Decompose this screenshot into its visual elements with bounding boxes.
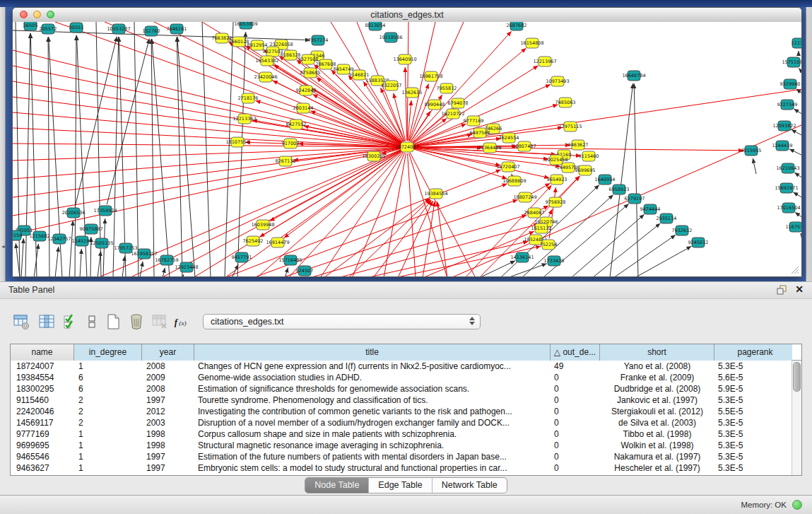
- table-row[interactable]: 969969511998Structural magnetic resonanc…: [11, 440, 792, 451]
- graph-node[interactable]: 7646161: [167, 24, 187, 34]
- graph-node[interactable]: 9242848: [296, 86, 317, 95]
- show-columns-icon[interactable]: [37, 312, 57, 332]
- table-row[interactable]: 1938455462009Genome-wide association stu…: [11, 372, 792, 383]
- graph-node[interactable]: 13640910: [393, 54, 416, 64]
- graph-node[interactable]: 924507: [296, 266, 314, 276]
- column-header-title[interactable]: title: [194, 344, 551, 361]
- graph-node[interactable]: 2803144: [293, 103, 314, 113]
- graph-node[interactable]: 8813054: [365, 22, 386, 30]
- graph-node[interactable]: 1362615: [402, 88, 423, 98]
- graph-node[interactable]: 10553287: [107, 24, 130, 34]
- graph-node[interactable]: 2935114: [657, 214, 677, 223]
- graph-node[interactable]: 2687682: [507, 22, 527, 30]
- graph-node[interactable]: 9777169: [464, 116, 484, 126]
- graph-node[interactable]: 16210643: [776, 163, 799, 173]
- graph-node[interactable]: 12975115: [558, 122, 582, 132]
- graph-node[interactable]: 17016504: [777, 203, 800, 213]
- graph-node[interactable]: 7625402: [243, 236, 264, 246]
- tab-edge-table[interactable]: Edge Table: [368, 478, 431, 493]
- graph-node[interactable]: 17359924: [93, 206, 117, 216]
- table-row[interactable]: 1830029562008Estimation of significance …: [11, 383, 792, 395]
- graph-node[interactable]: 7955812: [437, 83, 457, 93]
- graph-node[interactable]: 16210722: [441, 109, 464, 119]
- graph-node[interactable]: 752254: [540, 240, 558, 250]
- graph-node[interactable]: 7485063: [555, 98, 576, 107]
- float-panel-icon[interactable]: [777, 285, 787, 295]
- graph-node[interactable]: 3624554: [499, 133, 519, 143]
- graph-nodes[interactable]: 1872400776638229660128891295423226058982…: [13, 22, 801, 276]
- column-header-in_degree[interactable]: in_degree: [74, 344, 142, 361]
- graph-node[interactable]: 90975887: [79, 224, 102, 234]
- graph-node[interactable]: 1167534: [786, 222, 801, 232]
- graph-node[interactable]: 16053809: [234, 22, 257, 29]
- graph-node[interactable]: 6794078: [448, 98, 469, 108]
- delete-table-icon[interactable]: [150, 312, 170, 332]
- table-row[interactable]: 946362711997Embryonic stem cells: a mode…: [11, 462, 792, 474]
- graph-node[interactable]: 15751074: [782, 57, 801, 67]
- graph-node[interactable]: 8427552: [286, 119, 307, 129]
- graph-node[interactable]: 16154808: [520, 38, 543, 48]
- table-mode-icon[interactable]: [11, 312, 31, 332]
- graph-node[interactable]: 9115460: [579, 151, 599, 161]
- graph-node[interactable]: 1640954: [595, 175, 616, 185]
- table-row[interactable]: 911546021997Tourette syndrome. Phenomeno…: [11, 395, 792, 406]
- graph-node[interactable]: 14136141: [510, 252, 534, 262]
- close-panel-icon[interactable]: ✕: [795, 284, 804, 295]
- graph-node[interactable]: 10688609: [502, 176, 526, 186]
- network-canvas[interactable]: 1872400776638229660128891295423226058982…: [13, 22, 801, 276]
- tab-node-table[interactable]: Node Table: [305, 478, 368, 493]
- table-scrollbar[interactable]: [792, 361, 801, 475]
- scrollbar-thumb[interactable]: [793, 362, 801, 392]
- graph-node[interactable]: 8215955: [741, 146, 762, 156]
- tab-network-table[interactable]: Network Table: [432, 478, 507, 493]
- table-row[interactable]: 1872400712008Changes of HCN gene express…: [11, 361, 792, 372]
- graph-node[interactable]: 12093822: [772, 121, 796, 131]
- column-header-year[interactable]: year: [142, 344, 194, 361]
- graph-node[interactable]: 12342757: [47, 234, 71, 244]
- graph-node[interactable]: 15716485: [278, 255, 302, 265]
- graph-node[interactable]: 152760: [143, 26, 160, 36]
- graph-node[interactable]: 20206536: [61, 208, 85, 218]
- graph-node[interactable]: 16505: [23, 22, 38, 30]
- graph-node[interactable]: 9245012: [688, 238, 709, 247]
- delete-column-icon[interactable]: [126, 312, 146, 332]
- graph-node[interactable]: 19384554: [424, 189, 447, 199]
- column-header-name[interactable]: name: [11, 344, 74, 361]
- graph-node[interactable]: 1733426: [544, 256, 565, 266]
- table-row[interactable]: 977716911998Corpus callosum shape and si…: [11, 428, 792, 440]
- graph-node[interactable]: 917003: [282, 139, 300, 148]
- graph-node[interactable]: 16961758: [419, 71, 442, 81]
- graph-node[interactable]: 19218586: [379, 33, 402, 42]
- column-header-short[interactable]: short: [600, 344, 714, 361]
- table-row[interactable]: 946554611997Estimation of the future num…: [11, 451, 792, 462]
- graph-node[interactable]: 16648784: [622, 71, 645, 81]
- graph-node[interactable]: 2718176: [238, 93, 259, 103]
- graph-node[interactable]: 15692971: [775, 183, 798, 193]
- graph-node[interactable]: 6958923: [609, 185, 630, 194]
- graph-node[interactable]: 23420046: [254, 72, 277, 82]
- table-row[interactable]: 2242004622012Investigating the contribut…: [11, 406, 792, 417]
- graph-node[interactable]: 6279197: [625, 194, 645, 204]
- resize-grip[interactable]: [792, 267, 799, 274]
- graph-node[interactable]: 18807249: [513, 192, 536, 202]
- graph-node[interactable]: 10807487: [512, 141, 536, 151]
- graph-node[interactable]: 7357274: [308, 35, 329, 45]
- graph-node[interactable]: 7632612: [672, 226, 693, 235]
- select-rows-icon[interactable]: [61, 312, 81, 332]
- column-header-pagerank[interactable]: pagerank: [714, 344, 792, 361]
- row-height-icon[interactable]: [82, 312, 102, 332]
- graph-node[interactable]: 39159: [13, 230, 22, 240]
- create-column-icon[interactable]: [103, 312, 123, 332]
- network-window-titlebar[interactable]: citations_edges.txt: [13, 8, 801, 23]
- graph-node[interactable]: 30551: [69, 23, 84, 33]
- graph-node[interactable]: 205572: [40, 24, 57, 34]
- graph-node[interactable]: 9474444: [640, 204, 661, 214]
- graph-node[interactable]: 9227349: [777, 100, 798, 110]
- graph-node[interactable]: 9654923: [547, 175, 567, 185]
- function-builder-icon[interactable]: f(x): [172, 312, 192, 332]
- panel-collapse-arrow[interactable]: ◄: [1, 244, 6, 249]
- table-row[interactable]: 1456911722003Disruption of a novel membe…: [11, 417, 792, 428]
- graph-node[interactable]: 12505135: [90, 238, 113, 248]
- column-header-out_degree[interactable]: △ out_de...: [551, 344, 600, 361]
- graph-node[interactable]: 12213967: [533, 57, 556, 66]
